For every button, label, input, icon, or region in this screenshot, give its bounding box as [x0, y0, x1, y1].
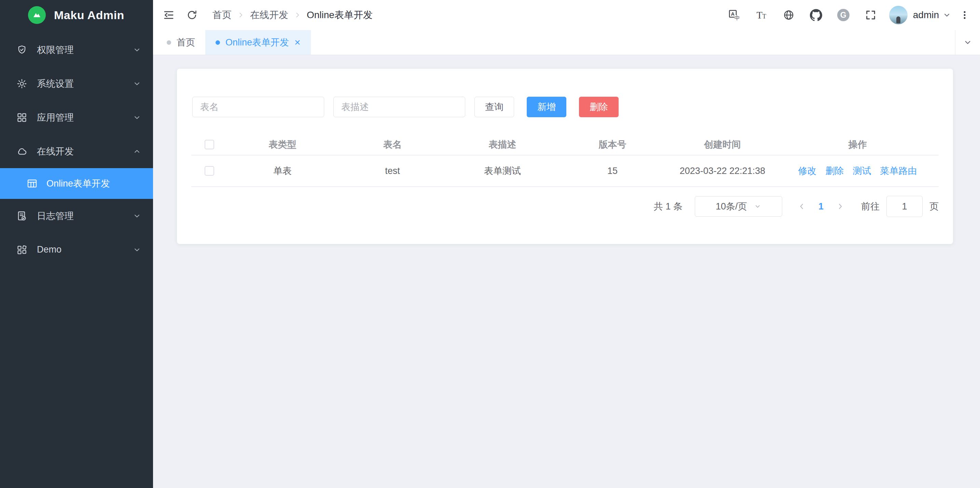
svg-text:T: T: [756, 10, 762, 21]
collapse-menu-icon[interactable]: [157, 0, 180, 30]
sidebar-item-online-dev[interactable]: 在线开发: [0, 134, 153, 168]
select-all-checkbox[interactable]: [205, 140, 214, 149]
delete-link[interactable]: 删除: [826, 165, 844, 177]
prev-page-icon[interactable]: [797, 202, 806, 211]
tab-dot-icon: [167, 40, 171, 45]
cloud-icon: [16, 146, 27, 157]
sidebar-item-label: 权限管理: [37, 44, 132, 56]
sidebar-item-app-management[interactable]: 应用管理: [0, 100, 153, 134]
chevron-right-icon: [237, 11, 245, 19]
sidebar-item-label: 日志管理: [37, 210, 132, 222]
font-size-icon[interactable]: T T: [748, 0, 775, 30]
total-count: 共 1 条: [654, 200, 682, 212]
column-header: 操作: [778, 139, 938, 151]
sidebar-item-label: 系统设置: [37, 78, 132, 90]
tab-dot-icon: [216, 40, 220, 45]
next-page-icon[interactable]: [836, 202, 845, 211]
gitee-icon[interactable]: G: [830, 0, 857, 30]
demo-layout-icon: [16, 244, 27, 255]
row-checkbox[interactable]: [205, 166, 214, 175]
top-bar: 首页 在线开发 Online表单开发 A 中 T: [153, 0, 980, 30]
breadcrumb-current: Online表单开发: [307, 8, 373, 22]
tab-home[interactable]: 首页: [156, 30, 205, 55]
sidebar-item-label: 在线开发: [37, 145, 132, 158]
chevron-right-icon: [294, 11, 301, 19]
table-name-input[interactable]: [192, 97, 324, 117]
avatar[interactable]: [889, 6, 908, 24]
translate-icon[interactable]: A 中: [721, 0, 748, 30]
github-icon[interactable]: [802, 0, 830, 30]
tabs-dropdown-button[interactable]: [955, 30, 980, 55]
table-icon: [27, 178, 38, 189]
sidebar-item-label: 应用管理: [37, 112, 132, 124]
current-page[interactable]: 1: [818, 201, 824, 212]
sidebar-item-log-management[interactable]: 日志管理: [0, 199, 153, 233]
refresh-icon[interactable]: [180, 0, 204, 30]
column-header: 表类型: [228, 139, 337, 151]
log-check-icon: [16, 211, 27, 222]
sidebar-item-label: Online表单开发: [46, 177, 142, 190]
tab-label: Online表单开发: [226, 36, 289, 48]
cell-created-at: 2023-03-22 22:21:38: [667, 166, 778, 176]
page-unit-label: 页: [929, 200, 939, 212]
column-header: 表名: [337, 139, 447, 151]
app-title: Maku Admin: [54, 8, 124, 22]
sidebar-item-permissions[interactable]: 权限管理: [0, 33, 153, 67]
breadcrumb-online-dev[interactable]: 在线开发: [250, 8, 288, 22]
sidebar-item-online-form-dev[interactable]: Online表单开发: [0, 168, 153, 199]
menu-route-link[interactable]: 菜单路由: [880, 165, 917, 177]
table-desc-input[interactable]: [333, 97, 465, 117]
delete-button[interactable]: 删除: [579, 97, 619, 117]
online-form-card: 查询 新增 删除 表类型 表名 表描述 版本号 创建时间 操作 单表 test: [177, 69, 953, 244]
user-menu[interactable]: admin: [913, 10, 951, 21]
page-size-value: 10条/页: [716, 200, 747, 212]
breadcrumb-home[interactable]: 首页: [212, 8, 232, 22]
globe-icon[interactable]: [775, 0, 802, 30]
close-icon[interactable]: ×: [294, 37, 301, 48]
logo[interactable]: Maku Admin: [0, 0, 153, 30]
chevron-down-icon: [942, 11, 951, 19]
edit-link[interactable]: 修改: [798, 165, 817, 177]
cell-table-name: test: [337, 166, 447, 176]
svg-text:T: T: [762, 13, 766, 20]
column-header: 版本号: [557, 139, 667, 151]
goto-label: 前往: [861, 200, 880, 212]
table-header-row: 表类型 表名 表描述 版本号 创建时间 操作: [191, 134, 939, 155]
column-header: 表描述: [447, 139, 557, 151]
tab-bar: 首页 Online表单开发 ×: [153, 30, 980, 55]
logo-mountain-icon: [28, 6, 46, 24]
sidebar-item-label: Demo: [37, 244, 132, 255]
chevron-down-icon: [963, 38, 972, 47]
data-table: 表类型 表名 表描述 版本号 创建时间 操作 单表 test 表单测试 15 2…: [191, 134, 939, 187]
page-size-select[interactable]: 10条/页: [695, 196, 782, 217]
gitee-badge: G: [837, 9, 850, 21]
app-window: Maku Admin 权限管理: [0, 0, 980, 488]
chevron-down-icon: [754, 203, 761, 210]
add-button[interactable]: 新增: [527, 97, 566, 117]
column-header: 创建时间: [667, 139, 778, 151]
sidebar-item-demo[interactable]: Demo: [0, 233, 153, 266]
chevron-down-icon: [132, 45, 142, 54]
kebab-menu-icon[interactable]: [955, 0, 975, 30]
cell-version: 15: [557, 166, 667, 176]
cell-table-desc: 表单测试: [447, 165, 557, 177]
chevron-down-icon: [132, 246, 142, 254]
goto-page-input[interactable]: [886, 196, 923, 217]
sidebar-item-system-settings[interactable]: 系统设置: [0, 67, 153, 100]
svg-text:中: 中: [734, 15, 740, 21]
app-grid-icon: [16, 112, 27, 123]
tab-online-form-dev[interactable]: Online表单开发 ×: [205, 30, 311, 55]
username: admin: [913, 10, 939, 21]
sidebar: Maku Admin 权限管理: [0, 0, 153, 488]
pagination: 共 1 条 10条/页 1 前往 页: [191, 196, 939, 217]
breadcrumb: 首页 在线开发 Online表单开发: [212, 8, 373, 22]
chevron-up-icon: [132, 147, 142, 156]
search-toolbar: 查询 新增 删除: [192, 97, 938, 117]
table-row: 单表 test 表单测试 15 2023-03-22 22:21:38 修改 删…: [191, 155, 939, 187]
tab-label: 首页: [177, 36, 195, 48]
chevron-down-icon: [132, 113, 142, 122]
query-button[interactable]: 查询: [474, 97, 514, 117]
fullscreen-icon[interactable]: [857, 0, 885, 30]
gear-icon: [16, 78, 27, 89]
test-link[interactable]: 测试: [853, 165, 871, 177]
